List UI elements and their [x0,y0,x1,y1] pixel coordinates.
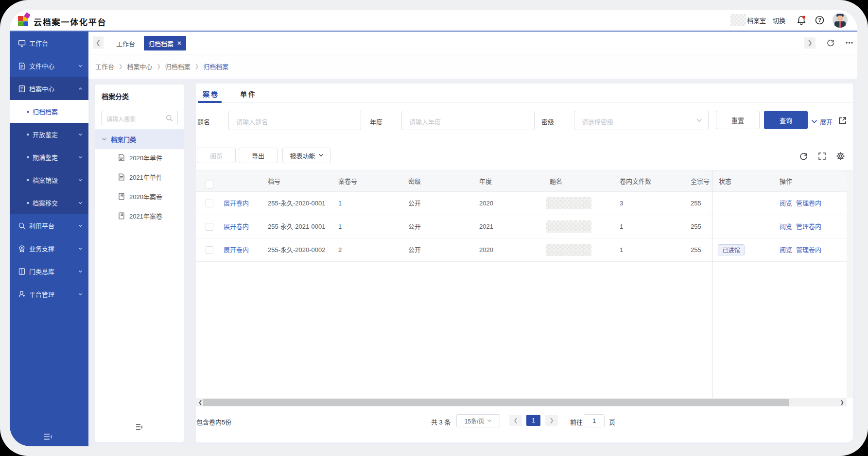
svg-text:?: ? [818,17,821,23]
